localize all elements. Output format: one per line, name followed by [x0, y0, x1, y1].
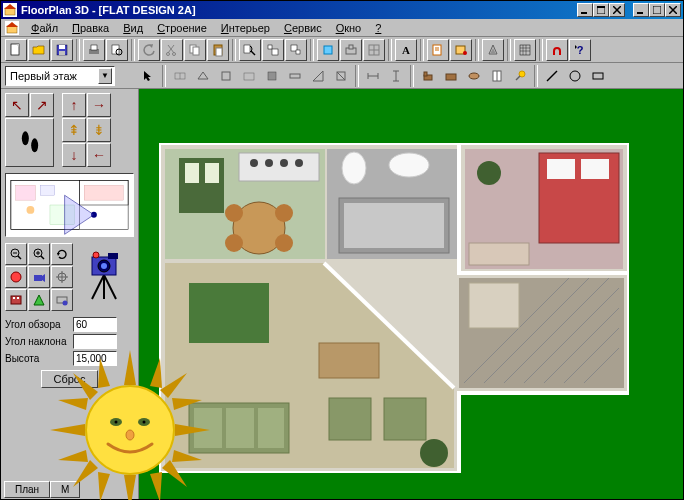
tool-button-6[interactable]: [482, 39, 504, 61]
menu-window[interactable]: Окно: [330, 21, 368, 35]
nav-altup-button[interactable]: ⇞: [62, 118, 86, 142]
grid-button[interactable]: [514, 39, 536, 61]
tool-button-1[interactable]: [317, 39, 339, 61]
svg-rect-152: [581, 159, 609, 179]
paste-button[interactable]: [207, 39, 229, 61]
view-angle-input[interactable]: [73, 317, 117, 332]
rect-tool[interactable]: [587, 65, 609, 87]
furniture-tool-2[interactable]: [440, 65, 462, 87]
doc-minimize-button[interactable]: [633, 3, 649, 17]
preview-button[interactable]: [106, 39, 128, 61]
minimap[interactable]: [5, 173, 134, 237]
nav-upright-button[interactable]: ↗: [30, 93, 54, 117]
sidebar: ↖ ↗ ↑ → ⇞ ⇟ ↓ ←: [1, 89, 139, 499]
help-button[interactable]: ?: [569, 39, 591, 61]
wall-tool[interactable]: [169, 65, 191, 87]
doc-close-button[interactable]: [665, 3, 681, 17]
dimension-tool-1[interactable]: [362, 65, 384, 87]
tool-button-3[interactable]: [363, 39, 385, 61]
nav-down-button[interactable]: ↓: [62, 143, 86, 167]
refresh-button[interactable]: [51, 243, 73, 265]
menu-service[interactable]: Сервис: [278, 21, 328, 35]
camera-tool-1[interactable]: [5, 266, 27, 288]
camera-tool-2[interactable]: [28, 266, 50, 288]
menu-building[interactable]: Строение: [151, 21, 213, 35]
menu-help[interactable]: ?: [369, 21, 387, 35]
doc-maximize-button[interactable]: [649, 3, 665, 17]
menu-interior[interactable]: Интерьер: [215, 21, 276, 35]
svg-point-136: [265, 159, 273, 167]
menu-file[interactable]: Файл: [25, 21, 64, 35]
find-button[interactable]: [239, 39, 261, 61]
shape-tool-5[interactable]: [284, 65, 306, 87]
walk-button[interactable]: [5, 118, 54, 167]
tool-button-4[interactable]: [427, 39, 449, 61]
circle-tool[interactable]: [564, 65, 586, 87]
text-tool-button[interactable]: A: [395, 39, 417, 61]
minimize-button[interactable]: [577, 3, 593, 17]
svg-rect-122: [11, 296, 21, 304]
svg-rect-28: [193, 47, 199, 55]
svg-marker-12: [6, 22, 18, 27]
shape-tool-7[interactable]: [330, 65, 352, 87]
svg-point-140: [225, 204, 243, 222]
shape-tool-4[interactable]: [261, 65, 283, 87]
print-button[interactable]: [83, 39, 105, 61]
nav-left-button[interactable]: ←: [87, 143, 111, 167]
tab-model[interactable]: М: [50, 481, 80, 498]
open-button[interactable]: [28, 39, 50, 61]
separator: [388, 39, 392, 61]
camera-tool-6[interactable]: [51, 289, 73, 311]
tool-button-2[interactable]: [340, 39, 362, 61]
tool-button-5[interactable]: [450, 39, 472, 61]
nav-right-button[interactable]: →: [87, 93, 111, 117]
nav-upleft-button[interactable]: ↖: [5, 93, 29, 117]
svg-point-25: [167, 52, 170, 55]
zoom-plus-button[interactable]: [28, 243, 50, 265]
snap-button[interactable]: [546, 39, 568, 61]
shape-tool-1[interactable]: [192, 65, 214, 87]
floor-selector[interactable]: Первый этаж ▼: [5, 66, 115, 86]
close-button[interactable]: [609, 3, 625, 17]
furniture-tool-4[interactable]: [486, 65, 508, 87]
nav-up-button[interactable]: ↑: [62, 93, 86, 117]
view-angle-label: Угол обзора: [5, 319, 69, 330]
svg-marker-61: [144, 71, 151, 81]
menu-edit[interactable]: Правка: [66, 21, 115, 35]
3d-canvas[interactable]: [139, 89, 683, 499]
zoom-out-button[interactable]: [285, 39, 307, 61]
tab-plan[interactable]: План: [4, 481, 50, 498]
tilt-angle-input[interactable]: [73, 334, 117, 349]
pointer-tool[interactable]: [137, 65, 159, 87]
furniture-tool-5[interactable]: [509, 65, 531, 87]
shape-tool-3[interactable]: [238, 65, 260, 87]
maximize-button[interactable]: [593, 3, 609, 17]
svg-point-154: [477, 161, 501, 185]
dimension-tool-2[interactable]: [385, 65, 407, 87]
cut-button[interactable]: [161, 39, 183, 61]
new-button[interactable]: [5, 39, 27, 61]
undo-button[interactable]: [138, 39, 160, 61]
menu-view[interactable]: Вид: [117, 21, 149, 35]
svg-point-26: [173, 52, 176, 55]
svg-point-127: [63, 301, 68, 306]
zoom-in-button[interactable]: [262, 39, 284, 61]
save-button[interactable]: [51, 39, 73, 61]
copy-button[interactable]: [184, 39, 206, 61]
nav-altdn-button[interactable]: ⇟: [87, 118, 111, 142]
svg-point-116: [11, 272, 21, 282]
reset-button[interactable]: Сброс: [41, 370, 99, 388]
height-input[interactable]: [73, 351, 117, 366]
camera-tool-5[interactable]: [28, 289, 50, 311]
line-tool[interactable]: [541, 65, 563, 87]
svg-rect-52: [520, 45, 530, 55]
camera-tool-3[interactable]: [51, 266, 73, 288]
furniture-tool-3[interactable]: [463, 65, 485, 87]
zoom-minus-button[interactable]: [5, 243, 27, 265]
shape-tool-6[interactable]: [307, 65, 329, 87]
camera-tool-4[interactable]: [5, 289, 27, 311]
furniture-tool-1[interactable]: [417, 65, 439, 87]
svg-rect-117: [34, 275, 42, 281]
svg-point-146: [389, 153, 429, 177]
shape-tool-2[interactable]: [215, 65, 237, 87]
